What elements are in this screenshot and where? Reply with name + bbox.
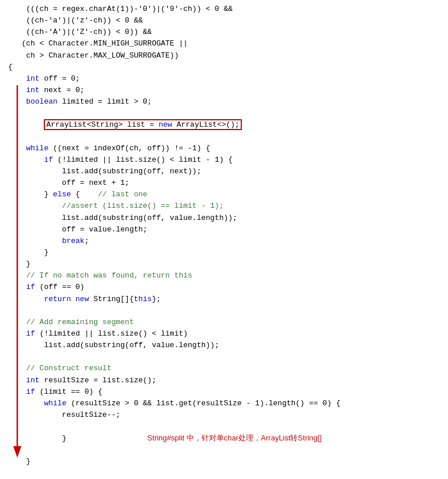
code-line-2: ((ch-'a')|('z'-ch)) < 0 && (6, 15, 448, 26)
code-line-12: if (!limited || list.size() < limit - 1)… (6, 154, 448, 166)
code-line-8: int next = 0; (6, 85, 448, 96)
code-line-11: while ((next = indexOf(ch, off)) != -1) … (6, 143, 448, 154)
code-line-7: int off = 0; (6, 73, 448, 85)
code-line-21: } (6, 258, 448, 270)
code-line-3: ((ch-'A')|('Z'-ch)) < 0)) && (6, 26, 448, 38)
code-line-10: ArrayList<String> list = new ArrayList<>… (6, 108, 448, 142)
code-line-19: break; (6, 235, 448, 247)
code-line-34: resultSize--; (6, 409, 448, 421)
code-line-29 (6, 351, 448, 363)
code-line-35: } String#split 中，针对单char处理，ArrayList转Str… (6, 421, 448, 456)
code-line-22: // If no match was found, return this (6, 270, 448, 282)
code-line-15: } else { // last one (6, 189, 448, 200)
code-line-37: String[] result = new String[resultSize]… (6, 468, 448, 479)
code-line-27: if (!limited || list.size() < limit) (6, 328, 448, 340)
code-line-25 (6, 305, 448, 317)
code-line-1: (((ch = regex.charAt(1))-'0')|('9'-ch)) … (6, 3, 448, 15)
code-container: (((ch = regex.charAt(1))-'0')|('9'-ch)) … (0, 0, 448, 479)
code-line-17: list.add(substring(off, value.length)); (6, 212, 448, 224)
code-line-33: while (resultSize > 0 && list.get(result… (6, 398, 448, 409)
code-line-30: // Construct result (6, 363, 448, 374)
code-line-32: if (limit == 0) { (6, 386, 448, 398)
code-line-23: if (off == 0) (6, 282, 448, 293)
code-line-18: off = value.length; (6, 224, 448, 235)
code-line-31: int resultSize = list.size(); (6, 375, 448, 386)
code-line-24: return new String[]{this}; (6, 294, 448, 305)
annotation-text: String#split 中，针对单char处理，ArrayList转Strin… (147, 434, 322, 442)
code-line-20: } (6, 247, 448, 258)
code-line-14: off = next + 1; (6, 177, 448, 189)
code-line-4: (ch < Character.MIN_HIGH_SURROGATE || (6, 38, 448, 50)
code-line-9: boolean limited = limit > 0; (6, 96, 448, 108)
code-line-5: ch > Character.MAX_LOW_SURROGATE)) (6, 50, 448, 62)
code-line-28: list.add(substring(off, value.length)); (6, 340, 448, 351)
code-line-13: list.add(substring(off, next)); (6, 166, 448, 177)
code-line-26: // Add remaining segment (6, 317, 448, 328)
code-line-6: { (6, 62, 448, 73)
code-line-36: } (6, 456, 448, 467)
code-line-16: //assert (list.size() == limit - 1); (6, 200, 448, 212)
